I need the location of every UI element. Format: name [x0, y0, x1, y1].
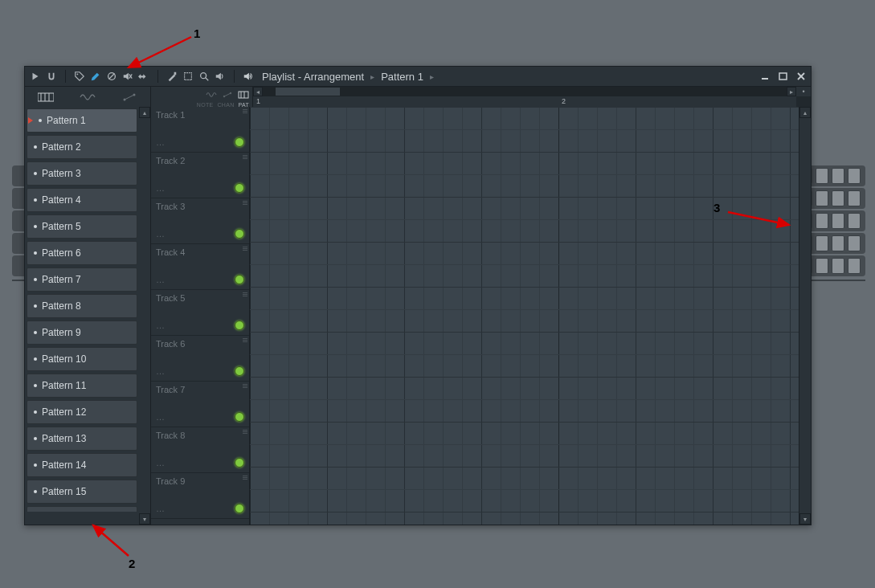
pattern-item[interactable]: Pattern 2: [27, 135, 137, 159]
tag-icon[interactable]: [74, 71, 85, 82]
zoom-icon[interactable]: [198, 71, 210, 82]
track-resize-handle[interactable]: [240, 200, 248, 208]
track-resize-handle[interactable]: [240, 475, 248, 483]
track-resize-handle[interactable]: [240, 154, 248, 162]
speaker-icon[interactable]: [243, 71, 254, 82]
track-enable-indicator[interactable]: [235, 229, 244, 239]
pattern-item-label: Pattern 3: [42, 168, 81, 179]
track-resize-handle[interactable]: [240, 429, 248, 437]
track-name: Track 2: [156, 156, 185, 165]
scroll-thumb[interactable]: [276, 88, 340, 96]
automation-icon[interactable]: [222, 88, 233, 102]
pattern-item-label: Pattern 2: [42, 141, 81, 153]
pattern-item[interactable]: Pattern 9: [27, 321, 137, 345]
titlebar[interactable]: Playlist - Arrangement ▸ Pattern 1 ▸: [25, 67, 811, 87]
automation-tab-icon[interactable]: [117, 89, 142, 105]
pattern-item-label: Pattern 11: [42, 380, 86, 391]
track-resize-handle[interactable]: [240, 246, 248, 254]
pattern-item-label: Pattern 12: [42, 406, 86, 418]
arrangement-grid[interactable]: [250, 107, 799, 525]
close-button[interactable]: [796, 71, 806, 81]
pattern-item[interactable]: Pattern 3: [27, 161, 137, 186]
track-menu-icon[interactable]: …: [156, 458, 166, 468]
harrows-icon[interactable]: [138, 71, 149, 82]
track-header[interactable]: Track 3…: [151, 198, 249, 244]
track-header[interactable]: Track 7…: [151, 382, 249, 427]
pattern-item[interactable]: Pattern 15: [27, 480, 137, 504]
scroll-down-icon[interactable]: ▾: [139, 513, 150, 525]
track-resize-handle[interactable]: [240, 292, 248, 300]
pattern-item[interactable]: Pattern 10: [27, 347, 137, 371]
scroll-up-icon[interactable]: ▴: [799, 107, 811, 118]
pattern-item[interactable]: Pattern 8: [27, 294, 137, 318]
track-header[interactable]: Track 1…: [151, 107, 249, 153]
track-enable-indicator[interactable]: [235, 366, 244, 376]
wave-tab-icon[interactable]: [75, 89, 100, 105]
pianoroll-tab-icon[interactable]: [33, 89, 59, 105]
timeline-ruler[interactable]: 1 2: [253, 96, 796, 108]
track-resize-handle[interactable]: [240, 383, 248, 391]
scroll-up-icon[interactable]: ▴: [139, 107, 150, 118]
bullet-icon: [34, 225, 37, 228]
track-resize-handle[interactable]: [240, 337, 248, 345]
scroll-left-icon[interactable]: ◂: [253, 87, 263, 96]
track-enable-indicator[interactable]: [235, 321, 244, 330]
paint-icon[interactable]: [90, 71, 101, 82]
pattern-item-label: Pattern 14: [42, 459, 86, 471]
pattern-icon[interactable]: [238, 88, 249, 102]
track-enable-indicator[interactable]: [235, 137, 244, 147]
pattern-item-label: Pattern 10: [42, 353, 86, 365]
track-menu-icon[interactable]: …: [156, 183, 166, 193]
playlist-window: Playlist - Arrangement ▸ Pattern 1 ▸ NOT…: [24, 66, 812, 525]
volume-icon[interactable]: [215, 71, 226, 82]
pattern-item[interactable]: Pattern 6: [27, 241, 137, 265]
pattern-item[interactable]: Pattern 11: [27, 374, 137, 398]
horizontal-scrollbar[interactable]: ◂ ▸: [253, 87, 796, 96]
knife-icon[interactable]: [166, 71, 178, 82]
track-menu-icon[interactable]: …: [156, 504, 166, 513]
pattern-item[interactable]: Pattern 5: [27, 214, 137, 239]
mute-icon[interactable]: [122, 71, 133, 82]
pattern-item[interactable]: Pattern 13: [27, 427, 137, 451]
track-menu-icon[interactable]: …: [156, 229, 166, 239]
select-icon[interactable]: [182, 71, 194, 82]
track-enable-indicator[interactable]: [235, 458, 244, 468]
zoom-corner[interactable]: •: [795, 87, 811, 96]
breadcrumb-playlist[interactable]: Playlist - Arrangement: [262, 71, 364, 83]
track-enable-indicator[interactable]: [235, 504, 244, 513]
svg-rect-23: [239, 92, 248, 98]
bullet-icon: [34, 331, 37, 334]
pattern-item[interactable]: Pattern 14: [27, 453, 137, 477]
play-icon[interactable]: [30, 71, 41, 82]
track-header[interactable]: Track 5…: [151, 290, 249, 336]
pattern-item[interactable]: Pattern 12: [27, 400, 137, 424]
track-header[interactable]: Track 6…: [151, 336, 249, 382]
pattern-item[interactable]: Pattern 7: [27, 267, 137, 292]
wave-icon[interactable]: [206, 88, 217, 102]
svg-rect-5: [174, 72, 177, 76]
track-enable-indicator[interactable]: [235, 183, 244, 193]
track-menu-icon[interactable]: …: [156, 412, 166, 422]
pattern-item[interactable]: Pattern 4: [27, 188, 137, 212]
track-resize-handle[interactable]: [240, 108, 248, 116]
breadcrumb-pattern[interactable]: Pattern 1: [381, 71, 423, 83]
scroll-down-icon[interactable]: ▾: [799, 513, 811, 525]
track-enable-indicator[interactable]: [235, 412, 244, 422]
magnet-icon[interactable]: [46, 71, 57, 82]
pattern-item[interactable]: Pattern 16: [27, 506, 137, 512]
track-menu-icon[interactable]: …: [156, 366, 166, 376]
track-header[interactable]: Track 8…: [151, 427, 249, 473]
track-header[interactable]: Track 2…: [151, 153, 249, 198]
nosymbol-icon[interactable]: [106, 71, 117, 82]
track-enable-indicator[interactable]: [235, 275, 244, 284]
track-header[interactable]: Track 9…: [151, 473, 249, 519]
maximize-button[interactable]: [779, 71, 788, 81]
track-menu-icon[interactable]: …: [156, 137, 166, 147]
pattern-item[interactable]: Pattern 1: [27, 108, 137, 133]
minimize-button[interactable]: [761, 71, 771, 81]
track-menu-icon[interactable]: …: [156, 321, 166, 330]
vertical-scrollbar[interactable]: ▴ ▾: [799, 107, 811, 525]
track-header[interactable]: Track 4…: [151, 244, 249, 290]
track-menu-icon[interactable]: …: [156, 275, 166, 284]
svg-line-26: [129, 37, 191, 67]
